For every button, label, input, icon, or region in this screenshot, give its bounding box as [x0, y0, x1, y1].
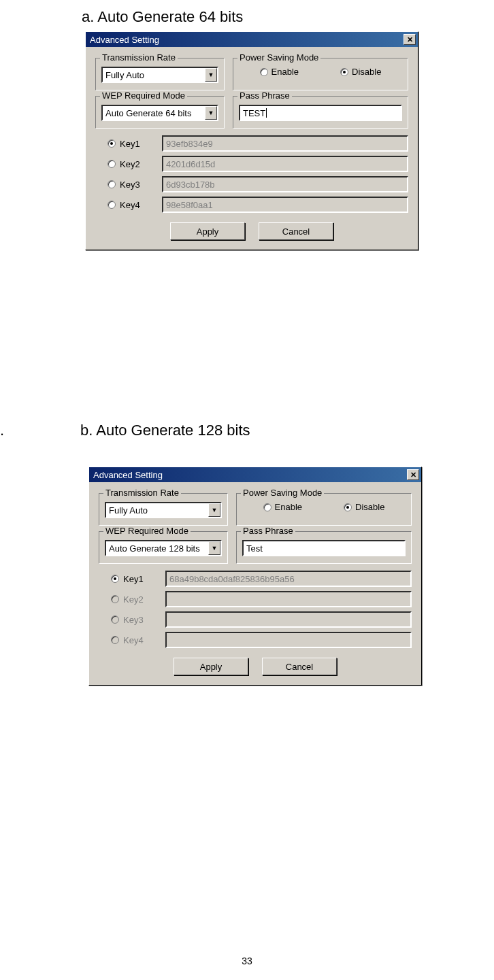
key-label: Key4: [120, 200, 140, 210]
power-saving-group: Power Saving Mode Enable Disable: [233, 58, 408, 90]
dialog-title: Advanced Setting: [93, 470, 163, 480]
transmission-rate-legend: Transmission Rate: [103, 488, 181, 498]
radio-icon: [111, 636, 119, 644]
titlebar: Advanced Setting ✕: [89, 467, 421, 482]
key-row: Key1 93efb834e9: [95, 135, 408, 152]
pass-phrase-value: TEST: [243, 108, 265, 118]
power-enable-label: Enable: [271, 67, 299, 77]
key1-radio[interactable]: Key1: [95, 139, 157, 149]
page-number: 33: [242, 956, 252, 966]
dialog-title: Advanced Setting: [90, 35, 159, 45]
section-label-b: b. Auto Generate 128 bits: [80, 422, 250, 439]
close-icon[interactable]: ✕: [404, 34, 416, 45]
power-disable-radio[interactable]: Disable: [344, 502, 384, 512]
key-label: Key4: [123, 635, 144, 645]
key3-input: [165, 611, 412, 628]
key2-radio: Key2: [99, 594, 160, 605]
key-label: Key1: [123, 574, 144, 584]
power-enable-radio[interactable]: Enable: [263, 502, 302, 512]
radio-icon: [111, 615, 119, 624]
pass-phrase-group: Pass Phrase Test: [236, 531, 412, 564]
wep-mode-value: Auto Generate 128 bits: [106, 543, 208, 554]
radio-icon: [111, 595, 119, 603]
section-label-a: a. Auto Generate 64 bits: [82, 8, 243, 26]
key1-radio[interactable]: Key1: [99, 574, 160, 584]
key-row: Key3: [99, 611, 412, 628]
apply-button[interactable]: Apply: [174, 658, 248, 675]
transmission-rate-group: Transmission Rate Fully Auto ▼: [95, 58, 225, 90]
power-disable-radio[interactable]: Disable: [340, 67, 381, 77]
key-label: Key3: [120, 180, 140, 190]
key3-input[interactable]: 6d93cb178b: [162, 176, 408, 192]
text-cursor: [266, 108, 267, 118]
advanced-setting-dialog-b: Advanced Setting ✕ Transmission Rate Ful…: [88, 467, 422, 686]
wep-mode-value: Auto Generate 64 bits: [103, 108, 205, 118]
radio-icon: [108, 139, 116, 148]
key4-input[interactable]: 98e58f0aa1: [162, 197, 408, 213]
chevron-down-icon[interactable]: ▼: [208, 503, 220, 517]
pass-phrase-value: Test: [246, 543, 263, 554]
transmission-rate-group: Transmission Rate Fully Auto ▼: [99, 493, 228, 526]
wep-mode-dropdown[interactable]: Auto Generate 64 bits ▼: [101, 105, 218, 121]
key3-radio: Key3: [99, 615, 160, 625]
transmission-rate-value: Fully Auto: [106, 505, 208, 516]
key-row: Key2 4201d6d15d: [95, 156, 408, 172]
transmission-rate-dropdown[interactable]: Fully Auto ▼: [101, 67, 218, 83]
chevron-down-icon[interactable]: ▼: [205, 106, 217, 120]
key2-input: [165, 591, 412, 607]
radio-icon: [340, 68, 348, 76]
cancel-button[interactable]: Cancel: [259, 222, 333, 240]
apply-button[interactable]: Apply: [170, 222, 245, 240]
power-enable-radio[interactable]: Enable: [260, 67, 299, 77]
keys-area: Key1 93efb834e9 Key2 4201d6d15d Key3 6d9…: [95, 135, 408, 213]
key4-input: [165, 632, 412, 648]
power-saving-legend: Power Saving Mode: [241, 488, 324, 498]
pass-phrase-input[interactable]: TEST: [239, 105, 402, 121]
key-label: Key2: [123, 594, 144, 605]
key-label: Key2: [120, 159, 140, 169]
key-label: Key1: [120, 139, 140, 149]
radio-icon: [260, 68, 268, 76]
wep-mode-dropdown[interactable]: Auto Generate 128 bits ▼: [105, 540, 222, 556]
radio-icon: [108, 201, 116, 209]
key2-radio[interactable]: Key2: [95, 159, 157, 169]
key-row: Key4: [99, 632, 412, 648]
pass-phrase-legend: Pass Phrase: [237, 90, 292, 101]
power-saving-group: Power Saving Mode Enable Disable: [236, 493, 412, 526]
key1-input[interactable]: 68a49b8cda0daf825836b95a56: [165, 571, 412, 587]
radio-icon: [108, 180, 116, 188]
pass-phrase-legend: Pass Phrase: [241, 526, 295, 536]
power-disable-label: Disable: [352, 67, 381, 77]
radio-icon: [108, 160, 116, 168]
radio-icon: [263, 503, 271, 511]
advanced-setting-dialog-a: Advanced Setting ✕ Transmission Rate Ful…: [85, 31, 418, 250]
wep-mode-legend: WEP Required Mode: [103, 526, 191, 536]
power-enable-label: Enable: [275, 502, 302, 512]
key-label: Key3: [123, 615, 144, 625]
key-row: Key1 68a49b8cda0daf825836b95a56: [99, 571, 412, 587]
wep-mode-group: WEP Required Mode Auto Generate 128 bits…: [99, 531, 228, 564]
chevron-down-icon[interactable]: ▼: [208, 541, 220, 555]
transmission-rate-dropdown[interactable]: Fully Auto ▼: [105, 502, 222, 518]
power-disable-label: Disable: [355, 502, 384, 512]
pass-phrase-group: Pass Phrase TEST: [233, 96, 408, 129]
cancel-button[interactable]: Cancel: [262, 658, 337, 675]
key1-input[interactable]: 93efb834e9: [162, 135, 408, 152]
key-row: Key2: [99, 591, 412, 607]
wep-mode-legend: WEP Required Mode: [100, 90, 187, 101]
bullet: .: [0, 422, 4, 439]
key-row: Key4 98e58f0aa1: [95, 197, 408, 213]
titlebar: Advanced Setting ✕: [86, 32, 418, 47]
pass-phrase-input[interactable]: Test: [242, 540, 406, 556]
key2-input[interactable]: 4201d6d15d: [162, 156, 408, 172]
transmission-rate-legend: Transmission Rate: [100, 52, 178, 63]
keys-area: Key1 68a49b8cda0daf825836b95a56 Key2 Key…: [99, 571, 412, 648]
close-icon[interactable]: ✕: [407, 469, 419, 480]
key3-radio[interactable]: Key3: [95, 180, 157, 190]
radio-icon: [344, 503, 352, 511]
radio-icon: [111, 575, 119, 583]
key4-radio[interactable]: Key4: [95, 200, 157, 210]
chevron-down-icon[interactable]: ▼: [205, 68, 217, 82]
power-saving-legend: Power Saving Mode: [237, 52, 320, 63]
key-row: Key3 6d93cb178b: [95, 176, 408, 192]
